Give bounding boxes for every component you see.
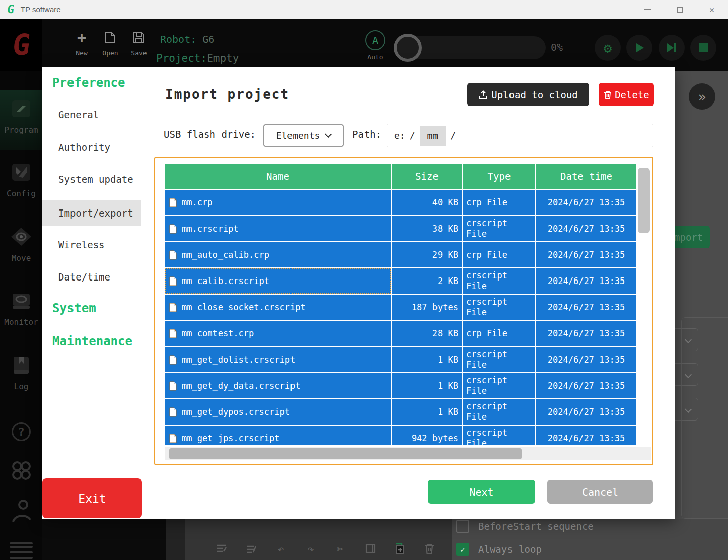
- app-window: G TP software ✕ G + New Open Save: [0, 0, 728, 560]
- copy-button[interactable]: [363, 542, 377, 556]
- file-date: 2024/6/27 13:35: [536, 321, 636, 346]
- undo-button[interactable]: ↶: [274, 542, 288, 556]
- horizontal-scrollbar-thumb[interactable]: [169, 448, 522, 459]
- background-dropdown-2[interactable]: [675, 363, 698, 386]
- open-icon: [97, 29, 123, 46]
- speed-slider-knob[interactable]: [394, 34, 422, 62]
- column-header-name[interactable]: Name: [165, 164, 391, 189]
- table-row[interactable]: mm_comtest.crp 28 KB crp File 2024/6/27 …: [165, 321, 636, 346]
- new-button[interactable]: + New: [68, 29, 95, 57]
- settings-button[interactable]: ⚙: [595, 35, 621, 61]
- before-start-option[interactable]: BeforeStart sequence: [456, 520, 594, 533]
- insert-line-below-button[interactable]: [244, 542, 258, 556]
- pref-item-date-time[interactable]: Date/time: [42, 266, 141, 288]
- speed-slider[interactable]: [397, 36, 546, 59]
- file-date: 2024/6/27 13:35: [536, 190, 636, 215]
- step-forward-icon: [666, 42, 678, 54]
- paste-icon: [394, 543, 406, 555]
- system-header[interactable]: System: [52, 301, 96, 315]
- double-chevron-icon: »: [698, 89, 706, 104]
- sidebar-item-config[interactable]: Config: [0, 160, 42, 198]
- path-drive[interactable]: e:: [394, 130, 405, 141]
- move-icon: [0, 225, 42, 250]
- pref-item-system-update[interactable]: System update: [42, 168, 141, 190]
- app-title: TP software: [21, 5, 61, 14]
- pref-item-wireless[interactable]: Wireless: [42, 234, 141, 256]
- table-row[interactable]: mm.crp 40 KB crp File 2024/6/27 13:35: [165, 190, 636, 215]
- background-import-button[interactable]: Import: [675, 226, 710, 248]
- pref-item-authority[interactable]: Authority: [42, 136, 141, 158]
- help-button[interactable]: ?: [0, 422, 42, 441]
- sidebar-item-program[interactable]: Program: [0, 97, 42, 135]
- step-button[interactable]: [659, 35, 685, 61]
- sidebar-item-move[interactable]: Move: [0, 225, 42, 263]
- delete-button[interactable]: Delete: [599, 83, 654, 106]
- user-button[interactable]: [0, 499, 42, 525]
- chevron-down-icon: [685, 371, 692, 378]
- table-row[interactable]: mm_close_socket.crscript 187 bytes crscr…: [165, 295, 636, 320]
- checkbox-checked-icon[interactable]: ✓: [456, 543, 469, 556]
- background-dropdown-1[interactable]: [675, 328, 698, 351]
- horizontal-scrollbar[interactable]: [165, 447, 651, 460]
- table-row[interactable]: mm_auto_calib.crp 29 KB crp File 2024/6/…: [165, 242, 636, 267]
- table-row[interactable]: mm_calib.crscript 2 KB crscript File 202…: [165, 268, 636, 294]
- maintenance-header[interactable]: Maintenance: [52, 334, 132, 348]
- file-size: 942 bytes: [392, 426, 462, 445]
- table-row[interactable]: mm_get_dy_data.crscript 1 KB crscript Fi…: [165, 373, 636, 398]
- sidebar-item-log[interactable]: Log: [0, 353, 42, 391]
- file-icon: [169, 329, 177, 338]
- apps-button[interactable]: [0, 458, 42, 482]
- file-name: mm_close_socket.crscript: [182, 302, 306, 312]
- file-name: mm_calib.crscript: [182, 276, 269, 286]
- brand-logo-icon: G: [10, 28, 32, 62]
- delete-step-button[interactable]: [422, 542, 436, 556]
- usb-drive-value: Elements: [276, 130, 320, 141]
- close-button[interactable]: ✕: [696, 0, 728, 19]
- sidebar-item-monitor[interactable]: Monitor: [0, 289, 42, 327]
- upload-to-cloud-button[interactable]: Upload to cloud: [467, 83, 589, 106]
- expand-panel-button[interactable]: »: [689, 83, 715, 110]
- vertical-scrollbar[interactable]: [637, 164, 650, 446]
- dimmed-bottom-panel: ↶ ↷ ✂ BeforeStart sequence ✓ Always loop: [42, 519, 728, 560]
- path-input[interactable]: e: / mm /: [387, 124, 653, 147]
- file-date: 2024/6/27 13:35: [536, 373, 636, 398]
- table-row[interactable]: mm_get_jps.crscript 942 bytes crscript F…: [165, 426, 636, 445]
- table-row[interactable]: mm_get_dypos.crscript 1 KB crscript File…: [165, 399, 636, 425]
- brand-logo-cell: G: [0, 19, 42, 71]
- save-button[interactable]: Save: [126, 29, 152, 57]
- chevron-down-icon: [325, 131, 332, 138]
- pref-item-import-export[interactable]: Import/export: [42, 200, 141, 226]
- file-size: 187 bytes: [392, 295, 462, 320]
- menu-button[interactable]: [0, 539, 42, 548]
- menu-icon: [10, 542, 33, 544]
- cancel-button[interactable]: Cancel: [547, 480, 653, 504]
- paste-button[interactable]: [393, 542, 407, 556]
- minimize-button[interactable]: [631, 0, 664, 19]
- file-size: 28 KB: [392, 321, 462, 346]
- file-type: crp File: [466, 328, 515, 339]
- cut-button[interactable]: ✂: [333, 542, 347, 556]
- file-table-container: Name Size Type Date time mm.crp 40 KB cr…: [154, 157, 653, 465]
- stop-button[interactable]: [690, 35, 716, 61]
- background-dropdown-3[interactable]: [675, 398, 698, 421]
- run-button[interactable]: [626, 35, 652, 61]
- insert-line-above-button[interactable]: [214, 542, 229, 556]
- chevron-down-icon: [685, 406, 692, 413]
- column-header-type[interactable]: Type: [463, 164, 535, 189]
- usb-drive-select[interactable]: Elements: [263, 124, 344, 147]
- path-folder-chip[interactable]: mm: [420, 126, 446, 146]
- auto-mode-indicator[interactable]: A Auto: [364, 30, 386, 61]
- always-loop-option[interactable]: ✓ Always loop: [456, 543, 542, 556]
- redo-button[interactable]: ↷: [304, 542, 318, 556]
- column-header-size[interactable]: Size: [392, 164, 462, 189]
- pref-item-general[interactable]: General: [42, 104, 141, 126]
- exit-button[interactable]: Exit: [42, 478, 142, 518]
- open-button[interactable]: Open: [97, 29, 123, 57]
- table-row[interactable]: mm.crscript 38 KB crscript File 2024/6/2…: [165, 216, 636, 241]
- column-header-date[interactable]: Date time: [536, 164, 636, 189]
- maximize-button[interactable]: [664, 0, 696, 19]
- checkbox-unchecked-icon[interactable]: [456, 520, 469, 533]
- vertical-scrollbar-thumb[interactable]: [638, 168, 650, 233]
- next-button[interactable]: Next: [428, 480, 535, 504]
- table-row[interactable]: mm_get_dolist.crscript 1 KB crscript Fil…: [165, 347, 636, 372]
